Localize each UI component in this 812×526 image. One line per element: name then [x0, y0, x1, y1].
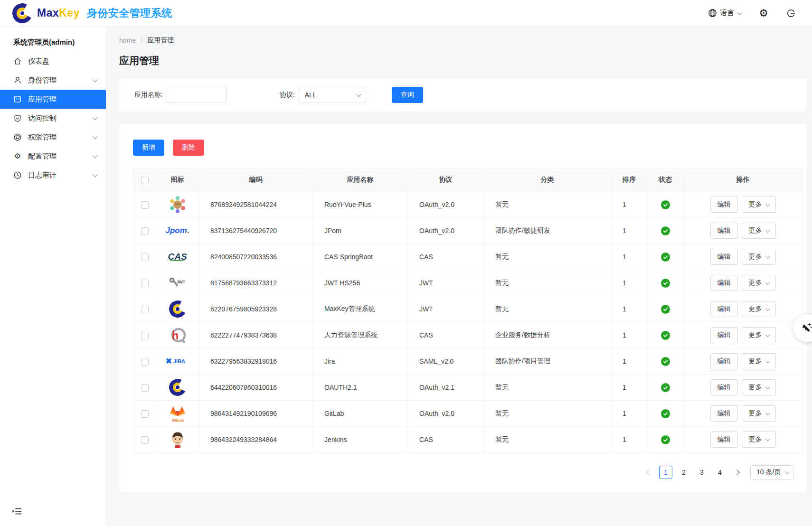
table-row: JWT 817568793663373312 JWT HS256 JWT 暂无 …	[133, 270, 803, 296]
app-category: 暂无	[484, 401, 611, 427]
more-button[interactable]: 更多	[742, 405, 776, 422]
edit-button[interactable]: 编辑	[710, 405, 738, 422]
sidebar-item-permissions[interactable]: 权限管理	[0, 128, 106, 147]
column-header-sort: 排序	[611, 169, 648, 192]
chevron-down-icon	[93, 134, 98, 139]
settings-button[interactable]: ⚙	[759, 8, 768, 19]
edit-button[interactable]: 编辑	[710, 197, 738, 213]
app-name: Jenkins	[313, 427, 408, 453]
sidebar-item-access-control[interactable]: 访问控制	[0, 109, 106, 128]
app-code: 986431492190109696	[199, 401, 313, 427]
add-button[interactable]: 新增	[133, 140, 164, 156]
edit-button[interactable]: 编辑	[710, 432, 738, 448]
page-title: 应用管理	[119, 54, 806, 67]
more-button[interactable]: 更多	[742, 327, 776, 343]
protocol-select[interactable]: ALL	[299, 87, 365, 103]
app-protocol: OAuth_v2.0	[408, 401, 484, 427]
status-enabled-icon	[661, 305, 670, 314]
shield-check-icon	[13, 114, 22, 122]
edit-button[interactable]: 编辑	[710, 353, 738, 369]
status-enabled-icon	[661, 435, 670, 444]
page-button-1[interactable]: 1	[659, 466, 672, 479]
table-row: Jpom. 837136275440926720 JPom OAuth_v2.0…	[133, 218, 803, 244]
gitlab-icon: GitLab	[165, 403, 190, 424]
row-checkbox[interactable]	[141, 410, 149, 418]
app-sort: 1	[611, 218, 648, 244]
topbar: MaxKey 身份安全管理系统 语言 ⚙	[0, 0, 812, 27]
sidebar-item-identity[interactable]: 身份管理	[0, 71, 106, 90]
row-checkbox[interactable]	[141, 306, 149, 313]
chevron-down-icon	[737, 9, 742, 15]
breadcrumb-current: 应用管理	[147, 36, 174, 45]
app-code: 644220607860310016	[199, 375, 313, 401]
row-checkbox[interactable]	[141, 201, 149, 209]
more-button[interactable]: 更多	[742, 432, 776, 448]
select-all-checkbox[interactable]	[141, 177, 149, 184]
row-checkbox[interactable]	[141, 384, 149, 392]
jenkins-icon	[165, 429, 190, 450]
page-button-3[interactable]: 3	[695, 466, 708, 479]
app-name: CAS SpringBoot	[313, 244, 408, 270]
row-checkbox[interactable]	[141, 332, 149, 339]
delete-button[interactable]: 删除	[173, 140, 204, 156]
sidebar-item-dashboard[interactable]: 仪表盘	[0, 52, 106, 71]
status-enabled-icon	[661, 253, 670, 262]
app-name-input[interactable]	[167, 87, 227, 103]
search-button[interactable]: 查询	[392, 87, 423, 103]
next-page-button[interactable]	[731, 470, 743, 474]
chevron-down-icon	[765, 332, 770, 337]
column-header-name: 应用名称	[313, 169, 408, 192]
page-button-2[interactable]: 2	[677, 466, 690, 479]
edit-button[interactable]: 编辑	[710, 223, 738, 239]
more-button[interactable]: 更多	[742, 197, 776, 213]
status-enabled-icon	[661, 200, 670, 209]
app-window-icon	[13, 95, 22, 103]
hr-icon: h	[165, 325, 190, 346]
language-menu[interactable]: 语言	[708, 9, 741, 18]
svg-text:JWT: JWT	[177, 280, 186, 284]
jpom-icon: Jpom.	[165, 220, 190, 241]
row-checkbox[interactable]	[141, 254, 149, 261]
edit-button[interactable]: 编辑	[710, 301, 738, 317]
pagination: 1 2 3 4 10 条/页	[133, 465, 794, 479]
edit-button[interactable]: 编辑	[710, 249, 738, 265]
user-icon	[13, 76, 22, 85]
chevron-down-icon	[765, 228, 770, 233]
more-button[interactable]: 更多	[742, 353, 776, 369]
row-checkbox[interactable]	[141, 227, 149, 235]
edit-button[interactable]: 编辑	[710, 379, 738, 395]
sidebar-collapse-button[interactable]	[12, 507, 22, 517]
app-category: 团队协作/项目管理	[484, 348, 611, 375]
edit-button[interactable]: 编辑	[710, 275, 738, 291]
row-checkbox[interactable]	[141, 436, 149, 444]
status-enabled-icon	[661, 357, 670, 366]
row-checkbox[interactable]	[141, 280, 149, 287]
sidebar-user: 系统管理员(admin)	[0, 27, 106, 52]
table-panel: 新增 删除 图标 编码 应用名称 协议	[119, 124, 806, 492]
table-row: 644220607860310016 OAUTH2.1 OAuth_v2.1 暂…	[133, 375, 803, 401]
logout-button[interactable]	[786, 9, 796, 18]
more-button[interactable]: 更多	[742, 249, 776, 265]
app-protocol: CAS	[408, 322, 484, 348]
row-checkbox[interactable]	[141, 358, 149, 366]
table-row: 876892492581044224 RuoYi-Vue-Plus OAuth_…	[133, 192, 803, 218]
page-button-4[interactable]: 4	[713, 466, 727, 479]
clock-icon	[13, 171, 22, 179]
more-button[interactable]: 更多	[742, 275, 776, 291]
app-category: 暂无	[484, 375, 611, 401]
page-size-select[interactable]: 10 条/页	[750, 465, 794, 479]
jwt-icon: JWT	[165, 272, 190, 293]
edit-button[interactable]: 编辑	[710, 327, 738, 343]
more-button[interactable]: 更多	[742, 379, 776, 395]
status-enabled-icon	[661, 279, 670, 288]
chevron-down-icon	[93, 153, 98, 158]
app-name: GitLab	[313, 401, 408, 427]
sidebar-item-applications[interactable]: 应用管理	[0, 90, 106, 109]
more-button[interactable]: 更多	[742, 301, 776, 317]
sidebar-item-configuration[interactable]: ⚙ 配置管理	[0, 147, 106, 166]
breadcrumb-home[interactable]: home	[119, 37, 136, 44]
app-category: 暂无	[484, 244, 611, 270]
more-button[interactable]: 更多	[742, 223, 776, 239]
sidebar-item-audit-log[interactable]: 日志审计	[0, 166, 106, 185]
prev-page-button[interactable]	[643, 470, 654, 474]
